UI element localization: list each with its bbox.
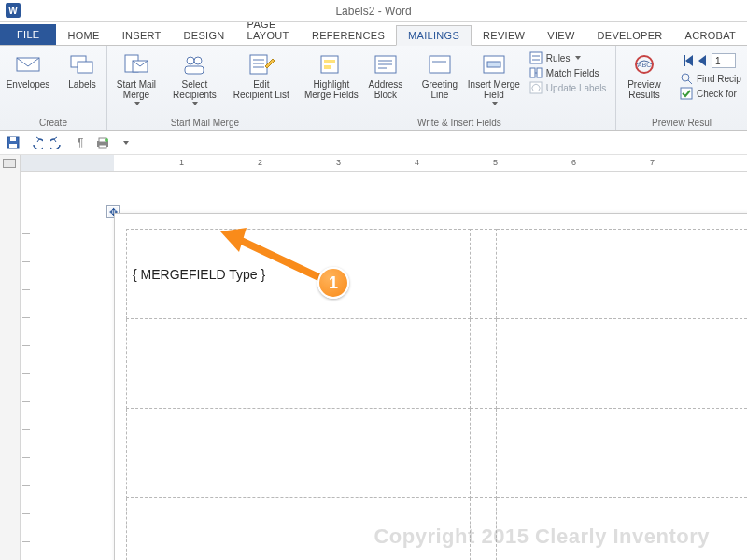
title-bar: W Labels2 - Word [0, 0, 747, 22]
address-block-button[interactable]: Address Block [363, 49, 408, 102]
svg-rect-36 [10, 137, 16, 141]
start-mail-merge-button[interactable]: Start Mail Merge [113, 49, 160, 107]
write-side-stack: Rules Match Fields Update Labels [526, 49, 611, 96]
check-errors-button[interactable]: Check for [680, 87, 741, 100]
word-app-icon: W [6, 3, 21, 18]
ribbon-tabs: FILE HOME INSERT DESIGN PAGE LAYOUT REFE… [0, 22, 747, 45]
group-preview-results: ABC Preview Results Find Recip Check for [616, 46, 747, 130]
tab-developer[interactable]: DEVELOPER [586, 26, 674, 45]
find-recipient-button[interactable]: Find Recip [680, 72, 741, 85]
mail-merge-icon [123, 51, 149, 77]
svg-rect-22 [487, 62, 500, 67]
rules-icon [529, 51, 543, 64]
tab-design[interactable]: DESIGN [173, 26, 236, 45]
edit-list-icon [248, 51, 275, 77]
window-title: Labels2 - Word [335, 5, 411, 18]
vertical-ruler-strip [21, 196, 34, 560]
page-canvas[interactable]: ✥ { MERGEFIELD Type } [21, 172, 747, 560]
prev-record-button[interactable] [698, 55, 706, 66]
ribbon: Envelopes Labels Create Start Mail Merge [0, 45, 747, 131]
tab-acrobat[interactable]: ACROBAT [674, 26, 747, 45]
labels-button[interactable]: Labels [60, 49, 105, 91]
ruler-tab-marker[interactable] [3, 159, 16, 168]
label-cell[interactable] [497, 230, 748, 319]
label-cell[interactable]: { MERGEFIELD Type } [127, 230, 471, 319]
search-icon [680, 72, 693, 85]
label-cell[interactable] [127, 409, 471, 498]
preview-results-button[interactable]: ABC Preview Results [622, 49, 667, 102]
svg-rect-26 [530, 68, 535, 77]
document-page: { MERGEFIELD Type } [114, 213, 747, 560]
labels-icon [69, 51, 95, 77]
label-cell[interactable] [497, 319, 748, 409]
rules-button[interactable]: Rules [529, 51, 607, 64]
update-labels-icon [529, 81, 543, 94]
group-label-preview: Preview Resul [622, 116, 741, 128]
label-gutter-cell[interactable] [471, 230, 497, 319]
record-navigation [680, 51, 741, 70]
group-label-start-mail-merge: Start Mail Merge [113, 116, 297, 128]
quick-access-toolbar: ¶ [0, 131, 747, 155]
select-recipients-button[interactable]: Select Recipients [169, 49, 220, 107]
ruler-tick: 3 [336, 158, 341, 167]
tab-view[interactable]: VIEW [536, 26, 585, 45]
preview-side-stack: Find Recip Check for [676, 49, 745, 102]
svg-rect-2 [78, 62, 92, 73]
svg-point-32 [682, 74, 689, 81]
qat-more-button[interactable] [118, 135, 133, 150]
svg-rect-37 [9, 144, 17, 148]
svg-rect-12 [321, 56, 338, 73]
tab-mailings[interactable]: MAILINGS [396, 25, 472, 46]
insert-field-icon [481, 51, 507, 77]
svg-point-6 [194, 57, 202, 64]
recipients-icon [181, 51, 207, 77]
group-label-write-insert: Write & Insert Fields [309, 116, 610, 128]
highlight-icon [318, 51, 345, 77]
greeting-icon [427, 51, 453, 77]
first-record-button[interactable] [684, 55, 693, 66]
edit-recipient-list-button[interactable]: Edit Recipient List [230, 49, 293, 102]
horizontal-ruler[interactable]: 1 2 3 4 5 6 7 [21, 155, 747, 172]
table-row: { MERGEFIELD Type } [127, 230, 748, 319]
envelopes-button[interactable]: Envelopes [6, 49, 50, 91]
label-gutter-cell[interactable] [471, 409, 497, 498]
merge-field-code[interactable]: { MERGEFIELD Type } [127, 263, 470, 286]
ruler-tick: 2 [258, 158, 262, 167]
svg-rect-7 [185, 66, 204, 74]
svg-rect-27 [537, 68, 542, 77]
label-cell[interactable] [127, 319, 471, 409]
document-area: 1 2 3 4 5 6 7 ✥ { MERGEFIELD Type } [0, 155, 747, 560]
vertical-ruler [0, 155, 21, 560]
svg-rect-14 [324, 65, 331, 69]
svg-point-41 [105, 138, 108, 142]
greeting-line-button[interactable]: Greeting Line [417, 49, 462, 102]
ruler-tick: 5 [493, 158, 498, 167]
ruler-tick: 7 [650, 158, 655, 167]
tab-insert[interactable]: INSERT [111, 26, 173, 45]
svg-line-33 [688, 80, 692, 84]
record-number-input[interactable] [712, 53, 736, 68]
quick-print-button[interactable] [95, 135, 110, 150]
tab-references[interactable]: REFERENCES [301, 26, 396, 45]
paragraph-marks-button[interactable]: ¶ [73, 135, 88, 150]
label-table[interactable]: { MERGEFIELD Type } [126, 229, 747, 560]
save-button[interactable] [6, 135, 21, 150]
match-fields-button[interactable]: Match Fields [529, 66, 607, 79]
svg-point-5 [187, 57, 194, 64]
label-gutter-cell[interactable] [471, 319, 497, 409]
insert-merge-field-button[interactable]: Insert Merge Field [472, 49, 516, 107]
ruler-tick: 6 [571, 158, 576, 167]
label-cell[interactable] [497, 409, 748, 498]
highlight-merge-fields-button[interactable]: Highlight Merge Fields [309, 49, 354, 102]
svg-rect-8 [250, 55, 267, 74]
svg-rect-23 [530, 52, 542, 63]
svg-rect-40 [99, 145, 106, 148]
tab-review[interactable]: REVIEW [472, 26, 536, 45]
tab-file[interactable]: FILE [0, 24, 56, 45]
preview-icon: ABC [631, 51, 657, 77]
undo-button[interactable] [28, 135, 43, 150]
group-write-insert-fields: Highlight Merge Fields Address Block Gre… [303, 46, 616, 130]
update-labels-button[interactable]: Update Labels [529, 81, 607, 94]
redo-button[interactable] [50, 135, 65, 150]
tab-home[interactable]: HOME [56, 26, 110, 45]
